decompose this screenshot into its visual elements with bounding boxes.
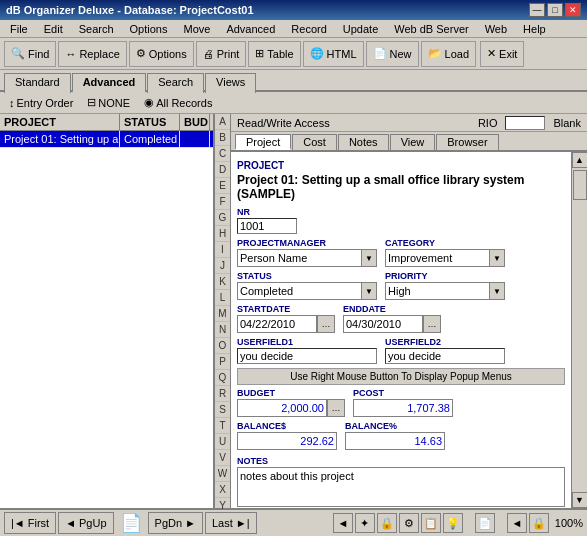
row-label-l: L <box>215 290 230 306</box>
pgup-icon: ◄ <box>65 517 76 529</box>
menu-edit[interactable]: Edit <box>38 22 69 36</box>
pgup-button[interactable]: ◄ PgUp <box>58 512 113 534</box>
sort-item[interactable]: ⊟ NONE <box>82 94 135 111</box>
startdate-picker-button[interactable]: … <box>317 315 335 333</box>
notes-textarea[interactable]: notes about this project <box>237 467 565 507</box>
startdate-input[interactable] <box>237 315 317 333</box>
menu-options[interactable]: Options <box>124 22 174 36</box>
menu-record[interactable]: Record <box>285 22 332 36</box>
enddate-picker-button[interactable]: … <box>423 315 441 333</box>
exit-icon: ✕ <box>487 47 496 60</box>
priority-select[interactable]: High Medium Low <box>385 282 505 300</box>
print-button[interactable]: 🖨 Print <box>196 41 247 67</box>
scroll-down-button[interactable]: ▼ <box>572 492 588 508</box>
menu-webdbserver[interactable]: Web dB Server <box>388 22 474 36</box>
window-controls[interactable]: — □ ✕ <box>529 3 581 17</box>
nr-field[interactable] <box>237 218 297 234</box>
menu-help[interactable]: Help <box>517 22 552 36</box>
menu-advanced[interactable]: Advanced <box>220 22 281 36</box>
pm-select-wrap: Person Name ▼ <box>237 249 377 267</box>
menu-file[interactable]: File <box>4 22 34 36</box>
entry-order-item[interactable]: ↕ Entry Order <box>4 95 78 111</box>
status-icon-9[interactable]: 🔒 <box>529 513 549 533</box>
status-icon-6[interactable]: 💡 <box>443 513 463 533</box>
form-tab-cost[interactable]: Cost <box>292 134 337 150</box>
form-tab-notes[interactable]: Notes <box>338 134 389 150</box>
status-icon-1[interactable]: ◄ <box>333 513 353 533</box>
form-scrollbar[interactable]: ▲ ▼ <box>571 152 587 508</box>
tab-views[interactable]: Views <box>205 73 256 93</box>
userfield2-group: USERFIELD2 <box>385 337 505 364</box>
category-group: CATEGORY Improvement Maintenance New ▼ <box>385 238 505 267</box>
options-button[interactable]: ⚙ Options <box>129 41 194 67</box>
row-label-w: W <box>215 466 230 482</box>
scroll-up-button[interactable]: ▲ <box>572 152 588 168</box>
status-label: STATUS <box>237 271 377 281</box>
menu-move[interactable]: Move <box>177 22 216 36</box>
row-label-n: N <box>215 322 230 338</box>
balance-pct-input[interactable] <box>345 432 445 450</box>
status-icon-5[interactable]: 📋 <box>421 513 441 533</box>
rio-input[interactable] <box>505 116 545 130</box>
row-label-j: J <box>215 258 230 274</box>
pcost-input[interactable] <box>353 399 453 417</box>
maximize-button[interactable]: □ <box>547 3 563 17</box>
load-button[interactable]: 📂 Load <box>421 41 476 67</box>
first-button[interactable]: |◄ First <box>4 512 56 534</box>
menu-search[interactable]: Search <box>73 22 120 36</box>
menu-web[interactable]: Web <box>479 22 513 36</box>
tab-standard[interactable]: Standard <box>4 73 71 93</box>
all-records-item[interactable]: ◉ All Records <box>139 94 217 111</box>
status-select[interactable]: Completed In Progress Not Started <box>237 282 377 300</box>
main-area: PROJECT STATUS BUD Project 01: Setting u… <box>0 114 587 508</box>
exit-button[interactable]: ✕ Exit <box>480 41 524 67</box>
pm-select[interactable]: Person Name <box>237 249 377 267</box>
row-label-a: A <box>215 114 230 130</box>
priority-label: PRIORITY <box>385 271 505 281</box>
pgdn-button[interactable]: PgDn ► <box>148 512 203 534</box>
title-bar: dB Organizer Deluxe - Database: ProjectC… <box>0 0 587 20</box>
budget-input[interactable] <box>237 399 327 417</box>
userfield1-input[interactable] <box>237 348 377 364</box>
html-button[interactable]: 🌐 HTML <box>303 41 364 67</box>
form-tab-browser[interactable]: Browser <box>436 134 498 150</box>
pm-cat-row: PROJECTMANAGER Person Name ▼ CATEGORY <box>237 238 565 267</box>
status-icon-4[interactable]: ⚙ <box>399 513 419 533</box>
status-group: STATUS Completed In Progress Not Started… <box>237 271 377 300</box>
balance-dollar-input[interactable] <box>237 432 337 450</box>
replace-button[interactable]: ↔ Replace <box>58 41 126 67</box>
minimize-button[interactable]: — <box>529 3 545 17</box>
close-button[interactable]: ✕ <box>565 3 581 17</box>
status-icon-7[interactable]: 📄 <box>475 513 495 533</box>
status-icon-8[interactable]: ◄ <box>507 513 527 533</box>
budget-picker-button[interactable]: … <box>327 399 345 417</box>
row-label-h: H <box>215 226 230 242</box>
replace-icon: ↔ <box>65 48 76 60</box>
row-label-g: G <box>215 210 230 226</box>
menu-bar: File Edit Search Options Move Advanced R… <box>0 20 587 38</box>
category-select[interactable]: Improvement Maintenance New <box>385 249 505 267</box>
row-label-s: S <box>215 402 230 418</box>
status-icon-3[interactable]: 🔒 <box>377 513 397 533</box>
new-button[interactable]: 📄 New <box>366 41 419 67</box>
dates-row: STARTDATE … ENDDATE … <box>237 304 565 333</box>
scroll-thumb[interactable] <box>573 170 587 200</box>
enddate-label: ENDDATE <box>343 304 441 314</box>
startdate-group: STARTDATE … <box>237 304 335 333</box>
tab-advanced[interactable]: Advanced <box>72 73 147 93</box>
form-tab-view[interactable]: View <box>390 134 436 150</box>
menu-update[interactable]: Update <box>337 22 384 36</box>
form-tab-project[interactable]: Project <box>235 134 291 150</box>
pm-group: PROJECTMANAGER Person Name ▼ <box>237 238 377 267</box>
find-button[interactable]: 🔍 Find <box>4 41 56 67</box>
print-icon: 🖨 <box>203 48 214 60</box>
balance-row: BALANCE$ BALANCE% <box>237 421 565 450</box>
last-button[interactable]: Last ►| <box>205 512 257 534</box>
enddate-input[interactable] <box>343 315 423 333</box>
tab-search[interactable]: Search <box>147 73 204 93</box>
userfield2-input[interactable] <box>385 348 505 364</box>
row-label-b: B <box>215 130 230 146</box>
status-icon-2[interactable]: ✦ <box>355 513 375 533</box>
table-row[interactable]: Project 01: Setting up a Completed <box>0 131 213 148</box>
table-button[interactable]: ⊞ Table <box>248 41 300 67</box>
